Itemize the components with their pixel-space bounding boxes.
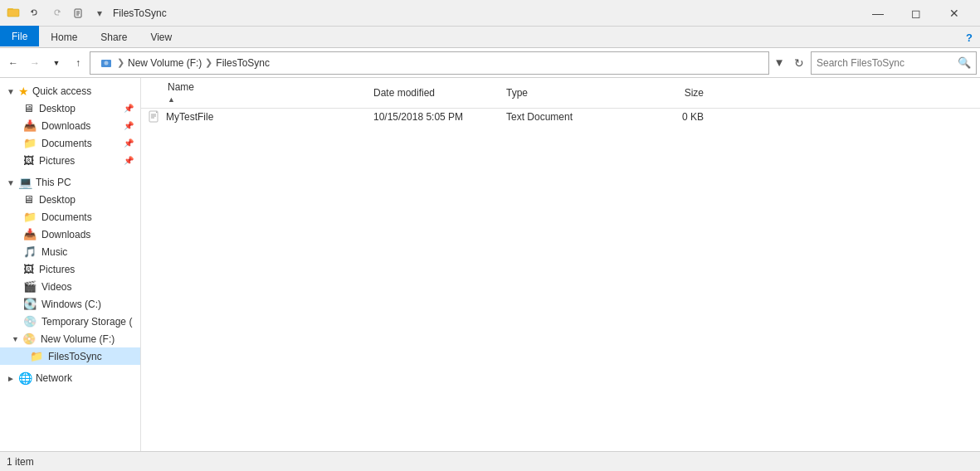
address-dropdown-button[interactable]: ▼ [771,51,787,75]
sidebar-item-music[interactable]: 🎵 Music [0,243,140,260]
sidebar-item-pictures-qa[interactable]: 🖼 Pictures 📌 [0,152,140,169]
sidebar-filestosync-label: FilesToSync [48,351,102,362]
title-bar: ▾ FilesToSync — ◻ ✕ [0,0,980,27]
sidebar-item-windows-c[interactable]: 💽 Windows (C:) [0,295,140,313]
search-input[interactable] [817,57,954,69]
maximize-button[interactable]: ◻ [897,0,935,27]
text-file-icon [148,110,161,124]
col-size[interactable]: Size [631,87,714,99]
window-controls: — ◻ ✕ [859,0,973,27]
sidebar-videos-label: Videos [41,281,71,293]
sidebar-windows-c-label: Windows (C:) [41,299,101,310]
sidebar-item-new-volume[interactable]: ▼ 📀 New Volume (F:) [0,330,140,347]
pin-icon-pics: 📌 [124,156,134,165]
quick-access-label: Quick access [32,85,91,97]
quick-access-icon: ★ [18,85,29,98]
sidebar-downloads-pc-label: Downloads [41,229,90,240]
pictures-pc-icon: 🖼 [23,263,34,275]
col-type[interactable]: Type [506,87,631,99]
close-button[interactable]: ✕ [935,0,973,27]
sidebar-documents-pc-label: Documents [41,211,92,223]
refresh-button[interactable]: ↻ [789,51,809,75]
table-row[interactable]: MyTestFile 10/15/2018 5:05 PM Text Docum… [141,109,980,125]
drive-f-icon: 📀 [22,333,36,345]
sidebar-item-pictures-pc[interactable]: 🖼 Pictures [0,260,140,278]
status-text: 1 item [7,456,34,468]
col-type-label: Type [506,87,528,99]
sidebar-desktop-label: Desktop [39,103,76,114]
recent-locations-button[interactable]: ▼ [46,51,66,75]
breadcrumb-filestosync[interactable]: FilesToSync [212,56,273,70]
sidebar-network-header[interactable]: ► 🌐 Network [0,368,140,386]
file-name-cell: MyTestFile [141,110,373,124]
sidebar-item-filestosync[interactable]: 📁 FilesToSync [0,347,140,365]
properties-button[interactable] [68,3,88,23]
network-icon: 🌐 [18,371,32,385]
sidebar-pictures-label: Pictures [39,155,75,167]
file-area: Name ▲ Date modified Type Size [141,78,980,451]
search-box[interactable]: 🔍 [811,51,977,75]
sidebar-item-documents-qa[interactable]: 📁 Documents 📌 [0,134,140,152]
sidebar-item-desktop-qa[interactable]: 🖥 Desktop 📌 [0,100,140,117]
file-type-cell: Text Document [506,111,631,123]
file-size: 0 KB [682,111,704,123]
tab-home[interactable]: Home [39,27,89,47]
back-button[interactable]: ← [3,51,23,75]
expand-icon-net: ► [7,374,15,383]
sidebar-item-temp-storage[interactable]: 💿 Temporary Storage ( [0,313,140,330]
file-name: MyTestFile [166,111,213,123]
thispc-icon: 💻 [18,176,32,189]
up-button[interactable]: ↑ [68,51,88,75]
sidebar-downloads-label: Downloads [41,120,90,132]
quick-access-toolbar: ▾ [7,3,110,23]
breadcrumb-newvolume[interactable]: New Volume (F:) [124,56,205,70]
forward-button[interactable]: → [25,51,45,75]
address-box[interactable]: ❯ New Volume (F:) ❯ FilesToSync [90,51,769,75]
sidebar-item-downloads-qa[interactable]: 📥 Downloads 📌 [0,117,140,134]
status-bar: 1 item [0,451,980,471]
sidebar-thispc-header[interactable]: ▼ 💻 This PC [0,172,140,191]
file-list-header: Name ▲ Date modified Type Size [141,78,980,109]
tab-share[interactable]: Share [89,27,139,47]
app-icon [7,5,20,21]
col-date[interactable]: Date modified [373,87,506,99]
pictures-icon: 🖼 [23,154,34,167]
col-size-label: Size [685,87,704,99]
col-name[interactable]: Name ▲ [141,81,373,104]
file-type: Text Document [506,111,573,123]
expand-icon-fvol: ▼ [12,335,19,343]
desktop-icon: 🖥 [23,102,34,114]
thispc-label: This PC [36,177,71,188]
search-icon: 🔍 [958,56,971,69]
svg-rect-1 [7,8,13,11]
tab-view[interactable]: View [139,27,183,47]
redo-button[interactable] [46,3,66,23]
file-size-cell: 0 KB [631,111,714,123]
minimize-button[interactable]: — [859,0,897,27]
sidebar-desktop-pc-label: Desktop [39,194,76,206]
network-label: Network [36,372,72,384]
sidebar-temp-storage-label: Temporary Storage ( [41,316,132,328]
sidebar-item-downloads-pc[interactable]: 📥 Downloads [0,226,140,243]
sidebar-item-videos[interactable]: 🎬 Videos [0,278,140,295]
sidebar-item-desktop-pc[interactable]: 🖥 Desktop [0,191,140,208]
undo-button[interactable] [25,3,45,23]
svg-point-10 [105,61,109,65]
documents-icon: 📁 [23,137,37,149]
sidebar-item-documents-pc[interactable]: 📁 Documents [0,208,140,226]
expand-icon: ▼ [7,87,15,96]
videos-icon: 🎬 [23,280,37,293]
breadcrumb-thispc[interactable] [97,55,117,70]
expand-icon-pc: ▼ [7,178,15,187]
pin-icon-docs: 📌 [124,138,134,148]
window-title: FilesToSync [113,7,859,19]
help-button[interactable]: ? [958,27,980,48]
tab-file[interactable]: File [0,26,39,46]
col-date-label: Date modified [373,87,435,99]
sidebar-quick-access-header[interactable]: ▼ ★ Quick access [0,81,140,100]
breadcrumb-sep2: ❯ [205,57,212,68]
customize-qa-button[interactable]: ▾ [90,3,110,23]
documents-pc-icon: 📁 [23,211,37,223]
pin-icon: 📌 [124,104,134,113]
drive-c-icon: 💽 [23,298,37,310]
